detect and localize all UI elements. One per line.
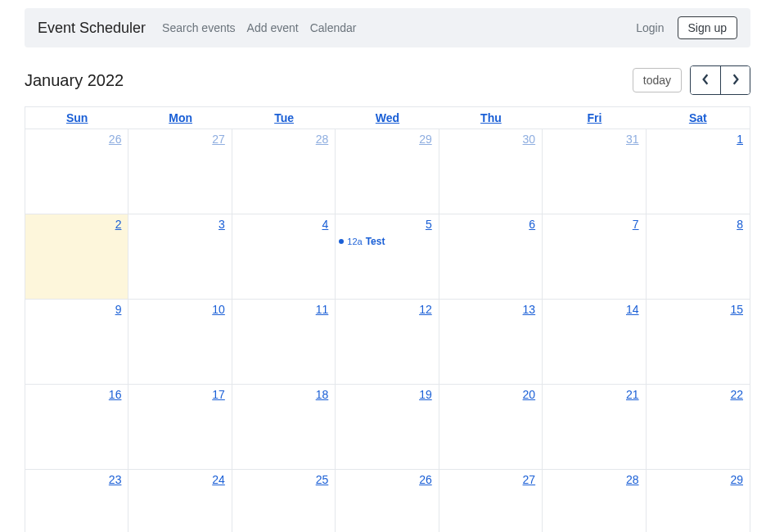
day-cell[interactable]: 1	[647, 129, 750, 214]
day-number-link[interactable]: 21	[626, 388, 639, 401]
dow-header-link[interactable]: Mon	[169, 111, 192, 124]
day-cell[interactable]: 4	[232, 214, 336, 300]
day-number-link[interactable]: 26	[419, 473, 432, 486]
day-number-link[interactable]: 1	[737, 133, 743, 146]
day-cell[interactable]: 16	[25, 385, 128, 470]
day-number-link[interactable]: 25	[316, 473, 329, 486]
day-number-link[interactable]: 2	[115, 218, 122, 231]
day-cell[interactable]: 25	[232, 470, 336, 532]
day-cell[interactable]: 28	[232, 129, 336, 214]
day-cell[interactable]: 31	[543, 129, 646, 214]
day-cell[interactable]: 11	[232, 300, 336, 385]
day-cell[interactable]: 27	[128, 129, 232, 214]
calendar-title: January 2022	[25, 71, 124, 90]
day-number-link[interactable]: 10	[212, 303, 225, 316]
signup-button[interactable]: Sign up	[678, 16, 737, 39]
day-cell[interactable]: 15	[647, 300, 750, 385]
day-cell[interactable]: 7	[543, 214, 646, 300]
day-cell[interactable]: 26	[25, 129, 128, 214]
day-cell[interactable]: 26	[336, 470, 439, 532]
chevron-right-icon	[732, 74, 740, 88]
navbar-left: Event Scheduler Search events Add event …	[38, 20, 356, 37]
day-number-link[interactable]: 5	[426, 218, 432, 231]
day-number-link[interactable]: 28	[626, 473, 639, 486]
prev-button[interactable]	[691, 66, 720, 94]
day-number-link[interactable]: 4	[322, 218, 328, 231]
day-cell[interactable]: 28	[543, 470, 646, 532]
day-number-link[interactable]: 27	[212, 133, 225, 146]
dow-header-cell: Wed	[336, 107, 439, 128]
day-cell[interactable]: 6	[439, 214, 543, 300]
day-cell[interactable]: 9	[25, 300, 128, 385]
day-number-link[interactable]: 6	[529, 218, 535, 231]
dow-header-link[interactable]: Thu	[480, 111, 502, 124]
day-number-link[interactable]: 27	[523, 473, 536, 486]
day-cell[interactable]: 21	[543, 385, 646, 470]
nav-link-calendar[interactable]: Calendar	[310, 21, 357, 34]
dow-header-cell: Fri	[543, 107, 646, 128]
day-number-link[interactable]: 29	[419, 133, 432, 146]
day-number-link[interactable]: 19	[419, 388, 432, 401]
day-number-link[interactable]: 26	[109, 133, 122, 146]
day-cell[interactable]: 8	[647, 214, 750, 300]
day-cell[interactable]: 10	[128, 300, 232, 385]
dow-header-link[interactable]: Sat	[689, 111, 707, 124]
day-cell[interactable]: 512aTest	[336, 214, 439, 300]
week-row: 234512aTest678	[25, 214, 750, 300]
event-dot-icon	[339, 239, 344, 244]
day-cell[interactable]: 20	[439, 385, 543, 470]
day-cell[interactable]: 30	[439, 129, 543, 214]
dow-header-cell: Thu	[439, 107, 543, 128]
app-brand[interactable]: Event Scheduler	[38, 20, 146, 37]
day-number-link[interactable]: 16	[109, 388, 122, 401]
day-cell[interactable]: 29	[336, 129, 439, 214]
nav-link-add-event[interactable]: Add event	[247, 21, 299, 34]
dow-header-cell: Sat	[647, 107, 750, 128]
nav-link-search-events[interactable]: Search events	[162, 21, 236, 34]
day-number-link[interactable]: 14	[626, 303, 639, 316]
day-number-link[interactable]: 28	[316, 133, 329, 146]
day-cell[interactable]: 18	[232, 385, 336, 470]
day-number-link[interactable]: 29	[730, 473, 743, 486]
dow-header-link[interactable]: Sun	[66, 111, 88, 124]
day-number-link[interactable]: 30	[523, 133, 536, 146]
week-row: 2627282930311	[25, 129, 750, 214]
day-cell[interactable]: 27	[439, 470, 543, 532]
day-cell[interactable]: 29	[647, 470, 750, 532]
day-number-link[interactable]: 12	[419, 303, 432, 316]
day-cell[interactable]: 19	[336, 385, 439, 470]
day-number-link[interactable]: 8	[737, 218, 743, 231]
day-number-link[interactable]: 23	[109, 473, 122, 486]
today-button[interactable]: today	[633, 68, 682, 92]
day-number-link[interactable]: 17	[212, 388, 225, 401]
day-number-link[interactable]: 31	[626, 133, 639, 146]
day-cell[interactable]: 2	[25, 214, 128, 300]
day-number-link[interactable]: 24	[212, 473, 225, 486]
day-number-link[interactable]: 22	[730, 388, 743, 401]
day-cell[interactable]: 17	[128, 385, 232, 470]
day-cell[interactable]: 23	[25, 470, 128, 532]
day-number-link[interactable]: 13	[523, 303, 536, 316]
day-number-link[interactable]: 15	[730, 303, 743, 316]
week-row: 9101112131415	[25, 300, 750, 385]
day-number-link[interactable]: 11	[316, 303, 329, 316]
dow-header-link[interactable]: Fri	[587, 111, 602, 124]
toolbar-right: today	[633, 65, 750, 95]
day-cell[interactable]: 24	[128, 470, 232, 532]
day-of-week-header: SunMonTueWedThuFriSat	[25, 107, 750, 129]
day-cell[interactable]: 13	[439, 300, 543, 385]
dow-header-link[interactable]: Tue	[274, 111, 294, 124]
dow-header-link[interactable]: Wed	[376, 111, 399, 124]
day-number-link[interactable]: 7	[633, 218, 639, 231]
day-number-link[interactable]: 3	[219, 218, 225, 231]
day-cell[interactable]: 14	[543, 300, 646, 385]
day-cell[interactable]: 12	[336, 300, 439, 385]
login-link[interactable]: Login	[636, 21, 664, 34]
day-number-link[interactable]: 9	[115, 303, 122, 316]
next-button[interactable]	[720, 66, 750, 94]
day-cell[interactable]: 22	[647, 385, 750, 470]
day-number-link[interactable]: 18	[316, 388, 329, 401]
day-number-link[interactable]: 20	[523, 388, 536, 401]
day-cell[interactable]: 3	[128, 214, 232, 300]
calendar-event[interactable]: 12aTest	[339, 236, 435, 247]
